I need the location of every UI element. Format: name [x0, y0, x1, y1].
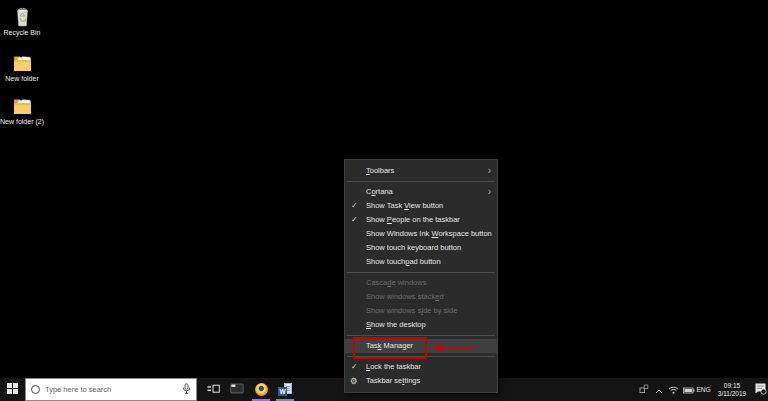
- show-hidden-icons-button[interactable]: [651, 378, 666, 401]
- check-icon: ✓: [351, 199, 358, 213]
- folder-icon: [12, 96, 33, 116]
- menu-item-label: Task Manager: [366, 341, 413, 350]
- submenu-arrow-icon: ›: [488, 185, 491, 198]
- menu-separator: [347, 356, 495, 357]
- taskbar-context-menu: Toolbars›Cortana›✓Show Task View button✓…: [344, 159, 498, 393]
- task-view-button[interactable]: [201, 378, 225, 401]
- menu-item-label: Show People on the taskbar: [366, 215, 460, 224]
- submenu-arrow-icon: ›: [488, 164, 491, 177]
- menu-item-label: Show the desktop: [366, 320, 426, 329]
- menu-item-show-task-view-button[interactable]: ✓Show Task View button: [345, 199, 497, 213]
- menu-item-label: Taskbar settings: [366, 376, 420, 385]
- menu-item-label: Lock the taskbar: [366, 362, 421, 371]
- word-button[interactable]: W: [273, 378, 297, 401]
- network-button[interactable]: [666, 378, 681, 401]
- wifi-icon: [668, 382, 679, 397]
- gear-icon: ⚙: [350, 374, 358, 388]
- action-center-button[interactable]: [753, 378, 768, 401]
- desktop-icon-label: New folder (2): [0, 118, 44, 126]
- file-explorer-button[interactable]: [225, 378, 249, 401]
- search-input[interactable]: [45, 385, 177, 394]
- file-explorer-icon: [230, 382, 244, 397]
- menu-separator: [347, 272, 495, 273]
- check-icon: ✓: [351, 213, 358, 227]
- menu-item-show-touchpad-button[interactable]: Show touchpad button: [345, 255, 497, 269]
- recycle-bin-icon: [12, 7, 33, 27]
- word-icon: W: [278, 383, 292, 396]
- desktop-icon-recycle-bin[interactable]: Recycle Bin: [0, 7, 44, 37]
- desktop-icon-label: Recycle Bin: [0, 29, 44, 37]
- action-center-icon: [754, 382, 767, 398]
- menu-item-show-touch-keyboard-button[interactable]: Show touch keyboard button: [345, 241, 497, 255]
- check-icon: ✓: [351, 360, 358, 374]
- menu-item-label: Show windows side by side: [366, 306, 457, 315]
- windows-logo-icon: [7, 382, 18, 397]
- menu-item-label: Cascade windows: [366, 278, 426, 287]
- menu-item-label: Show Windows Ink Workspace button: [366, 229, 492, 238]
- menu-item-cascade-windows: Cascade windows: [345, 276, 497, 290]
- menu-item-show-windows-stacked: Show windows stacked: [345, 290, 497, 304]
- language-indicator[interactable]: ENG: [696, 378, 711, 401]
- menu-item-show-windows-side-by-side: Show windows side by side: [345, 304, 497, 318]
- firefox-button[interactable]: [249, 378, 273, 401]
- firefox-icon: [255, 383, 268, 396]
- start-button[interactable]: [0, 378, 25, 401]
- cortana-icon: [31, 385, 40, 394]
- menu-separator: [347, 335, 495, 336]
- menu-item-show-people-on-the-taskbar[interactable]: ✓Show People on the taskbar: [345, 213, 497, 227]
- menu-item-toolbars[interactable]: Toolbars›: [345, 164, 497, 178]
- date-label: 3/11/2019: [718, 390, 746, 398]
- desktop-icon-new-folder-2[interactable]: New folder (2): [0, 96, 44, 126]
- clock[interactable]: 09:15 3/11/2019: [711, 378, 753, 401]
- menu-item-lock-the-taskbar[interactable]: ✓Lock the taskbar: [345, 360, 497, 374]
- menu-item-task-manager[interactable]: Task Manager: [345, 339, 497, 353]
- desktop-icon-new-folder[interactable]: New folder: [0, 53, 44, 83]
- folder-icon: [12, 53, 33, 73]
- menu-item-show-windows-ink-workspace-button[interactable]: Show Windows Ink Workspace button: [345, 227, 497, 241]
- menu-separator: [347, 181, 495, 182]
- microphone-icon[interactable]: [182, 381, 191, 399]
- menu-item-taskbar-settings[interactable]: ⚙Taskbar settings: [345, 374, 497, 388]
- tray-app-icon: [639, 382, 649, 397]
- menu-item-label: Show Task View button: [366, 201, 443, 210]
- battery-button[interactable]: [681, 378, 696, 401]
- desktop-icon-label: New folder: [0, 75, 44, 83]
- task-view-icon: [207, 382, 220, 397]
- menu-item-label: Show touchpad button: [366, 257, 441, 266]
- menu-item-label: Show windows stacked: [366, 292, 444, 301]
- menu-item-cortana[interactable]: Cortana›: [345, 185, 497, 199]
- chevron-up-icon: [655, 382, 663, 397]
- menu-item-label: Toolbars: [366, 166, 394, 175]
- menu-item-label: Show touch keyboard button: [366, 243, 461, 252]
- taskbar-search[interactable]: [25, 378, 197, 401]
- time-label: 09:15: [724, 382, 740, 390]
- system-tray: ENG 09:15 3/11/2019: [636, 378, 768, 401]
- tray-app-button[interactable]: [636, 378, 651, 401]
- battery-icon: [683, 382, 695, 397]
- language-label: ENG: [696, 386, 710, 393]
- menu-item-show-the-desktop[interactable]: Show the desktop: [345, 318, 497, 332]
- menu-item-label: Cortana: [366, 187, 393, 196]
